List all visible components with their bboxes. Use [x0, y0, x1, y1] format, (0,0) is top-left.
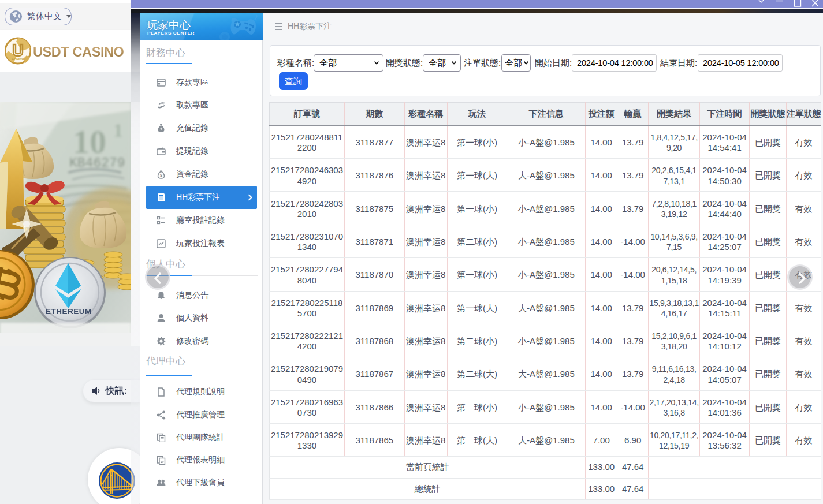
svg-text:1: 1 — [113, 120, 123, 141]
svg-text:$: $ — [160, 173, 163, 178]
svg-text:ETHEREUM: ETHEREUM — [46, 307, 92, 316]
svg-text:CASINO: CASINO — [12, 57, 24, 61]
svg-text:10: 10 — [73, 123, 106, 160]
